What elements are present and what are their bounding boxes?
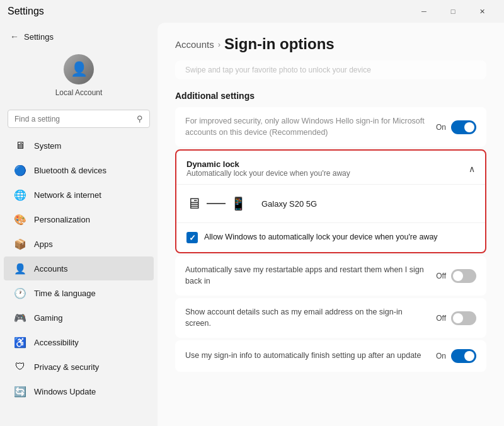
back-arrow-icon: ← xyxy=(10,32,19,42)
allow-lock-checkbox[interactable] xyxy=(186,232,198,243)
back-button[interactable]: ← Settings xyxy=(0,28,158,48)
sidebar-item-accounts[interactable]: 👤 Accounts xyxy=(4,256,154,280)
sidebar-item-time[interactable]: 🕐 Time & language xyxy=(4,281,154,305)
avatar: 👤 xyxy=(64,54,94,84)
sidebar-item-network[interactable]: 🌐 Network & internet xyxy=(4,183,154,207)
apps-icon: 📦 xyxy=(14,238,26,250)
sidebar-item-label-bluetooth: Bluetooth & devices xyxy=(34,166,106,175)
dynamic-lock-title: Dynamic lock xyxy=(186,159,350,169)
sidebar-item-system[interactable]: 🖥 System xyxy=(4,134,154,158)
restart-apps-row: Automatically save my restartable apps a… xyxy=(175,256,486,296)
nav-list: 🖥 System 🔵 Bluetooth & devices 🌐 Network… xyxy=(0,133,158,404)
windows-hello-row: For improved security, only allow Window… xyxy=(175,107,486,147)
gaming-icon: 🎮 xyxy=(14,311,26,324)
sidebar-item-bluetooth[interactable]: 🔵 Bluetooth & devices xyxy=(4,158,154,182)
sign-in-info-row: Use my sign-in info to automatically fin… xyxy=(175,340,486,372)
system-icon: 🖥 xyxy=(14,139,26,152)
sidebar-item-apps[interactable]: 📦 Apps xyxy=(4,232,154,256)
additional-settings-header: Additional settings xyxy=(175,91,486,101)
titlebar-title: Settings xyxy=(8,6,44,17)
dynamic-lock-card: Dynamic lock Automatically lock your dev… xyxy=(175,149,486,253)
sidebar-item-personalization[interactable]: 🎨 Personalization xyxy=(4,207,154,231)
sidebar-item-label-system: System xyxy=(34,141,61,151)
breadcrumb: Accounts › Sign-in options xyxy=(175,35,486,53)
sign-in-info-toggle-switch[interactable] xyxy=(451,349,476,363)
windows-hello-toggle-switch[interactable] xyxy=(451,120,476,134)
dynamic-lock-checkbox-row[interactable]: Allow Windows to automatically lock your… xyxy=(176,223,485,252)
windows-hello-text: For improved security, only allow Window… xyxy=(185,116,425,138)
sidebar-item-label-update: Windows Update xyxy=(34,387,96,396)
sidebar-item-accessibility[interactable]: ♿ Accessibility xyxy=(4,330,154,354)
restart-apps-toggle[interactable]: Off xyxy=(436,269,476,283)
sidebar-item-label-personalization: Personalization xyxy=(34,215,90,224)
time-icon: 🕐 xyxy=(14,287,26,299)
account-details-toggle-switch[interactable] xyxy=(451,311,476,325)
restart-apps-text: Automatically save my restartable apps a… xyxy=(185,265,425,287)
top-fade-text: Swipe and tap your favorite photo to unl… xyxy=(185,66,371,74)
breadcrumb-separator: › xyxy=(218,40,220,49)
restart-apps-toggle-label: Off xyxy=(436,272,446,280)
dynamic-lock-title-group: Dynamic lock Automatically lock your dev… xyxy=(186,159,350,178)
device-name: Galaxy S20 5G xyxy=(261,199,317,209)
sign-in-info-toggle-label: On xyxy=(436,352,446,360)
bluetooth-icon: 🔵 xyxy=(14,164,26,176)
allow-lock-text: Allow Windows to automatically lock your… xyxy=(204,232,438,243)
sidebar-item-label-apps: Apps xyxy=(34,239,53,249)
sidebar-item-label-time: Time & language xyxy=(34,289,96,298)
top-fade-section: Swipe and tap your favorite photo to unl… xyxy=(175,60,486,79)
update-icon: 🔄 xyxy=(14,385,26,398)
titlebar: Settings ─ □ ✕ xyxy=(0,0,504,23)
sidebar-item-label-privacy: Privacy & security xyxy=(34,362,99,372)
account-details-row: Show account details such as my email ad… xyxy=(175,298,486,338)
accessibility-icon: ♿ xyxy=(14,336,26,348)
account-details-text: Show account details such as my email ad… xyxy=(185,307,425,329)
sidebar-item-gaming[interactable]: 🎮 Gaming xyxy=(4,306,154,330)
sidebar-item-label-accessibility: Accessibility xyxy=(34,338,79,347)
personalization-icon: 🎨 xyxy=(14,213,26,226)
windows-hello-toggle-label: On xyxy=(436,123,446,132)
restart-apps-toggle-switch[interactable] xyxy=(451,269,476,283)
dynamic-lock-subtitle: Automatically lock your device when you'… xyxy=(186,169,350,178)
settings-rows: Automatically save my restartable apps a… xyxy=(175,256,486,372)
app-body: ← Settings 👤 Local Account ⚲ 🖥 System 🔵 … xyxy=(0,23,504,426)
windows-hello-toggle[interactable]: On xyxy=(436,120,476,134)
titlebar-controls: ─ □ ✕ xyxy=(410,0,496,23)
account-details-toggle[interactable]: Off xyxy=(436,311,476,325)
connection-line xyxy=(207,203,226,204)
close-button[interactable]: ✕ xyxy=(467,0,496,23)
sidebar-item-privacy[interactable]: 🛡 Privacy & security xyxy=(4,355,154,379)
accounts-icon: 👤 xyxy=(14,262,26,275)
sidebar: ← Settings 👤 Local Account ⚲ 🖥 System 🔵 … xyxy=(0,23,158,426)
breadcrumb-parent: Accounts xyxy=(175,39,214,50)
account-details-card: Show account details such as my email ad… xyxy=(175,298,486,338)
privacy-icon: 🛡 xyxy=(14,360,26,373)
sign-in-info-card: Use my sign-in info to automatically fin… xyxy=(175,340,486,372)
network-icon: 🌐 xyxy=(14,188,26,201)
account-name: Local Account xyxy=(55,88,103,97)
sidebar-item-label-gaming: Gaming xyxy=(34,313,63,323)
minimize-button[interactable]: ─ xyxy=(410,0,438,23)
sign-in-info-text: Use my sign-in info to automatically fin… xyxy=(185,350,421,362)
sidebar-title: Settings xyxy=(24,32,54,42)
dynamic-lock-device-row: 🖥 📱 Galaxy S20 5G xyxy=(176,185,485,223)
search-input[interactable] xyxy=(14,115,132,124)
content-area: Accounts › Sign-in options Swipe and tap… xyxy=(158,23,504,426)
titlebar-left: Settings xyxy=(8,6,44,17)
sign-in-info-toggle[interactable]: On xyxy=(436,349,476,363)
sidebar-item-label-network: Network & internet xyxy=(34,190,101,200)
account-section: 👤 Local Account xyxy=(0,48,158,107)
account-details-toggle-label: Off xyxy=(436,314,446,323)
maximize-button[interactable]: □ xyxy=(438,0,467,23)
dynamic-lock-header: Dynamic lock Automatically lock your dev… xyxy=(176,151,485,185)
windows-hello-card: For improved security, only allow Window… xyxy=(175,107,486,147)
page-title: Sign-in options xyxy=(224,35,335,53)
search-icon: ⚲ xyxy=(137,114,143,124)
sidebar-item-label-accounts: Accounts xyxy=(34,264,67,273)
device-icons: 🖥 📱 xyxy=(186,195,246,212)
sidebar-item-update[interactable]: 🔄 Windows Update xyxy=(4,379,154,403)
laptop-icon: 🖥 xyxy=(186,195,202,212)
restart-apps-card: Automatically save my restartable apps a… xyxy=(175,256,486,296)
search-box[interactable]: ⚲ xyxy=(8,110,150,128)
collapse-icon[interactable]: ∧ xyxy=(469,164,475,174)
phone-icon: 📱 xyxy=(231,196,246,211)
